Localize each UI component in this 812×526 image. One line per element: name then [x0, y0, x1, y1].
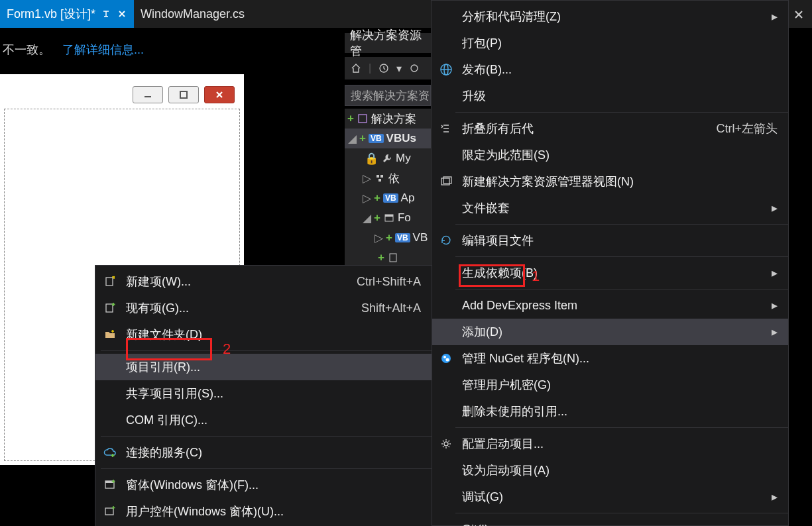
- cloud-icon: [101, 447, 119, 458]
- menu-startupconfig[interactable]: 配置启动项目...: [432, 431, 788, 457]
- form-icon: [101, 479, 119, 491]
- menu-editproj[interactable]: 编辑项目文件: [432, 227, 788, 254]
- existing-icon: [101, 302, 119, 314]
- menu-nuget[interactable]: 管理 NuGet 程序包(N)...: [432, 345, 788, 372]
- svg-rect-23: [106, 278, 113, 286]
- solution-search[interactable]: 搜索解决方案资: [345, 85, 431, 106]
- svg-point-24: [113, 276, 115, 278]
- svg-rect-3: [359, 115, 367, 123]
- file-icon: [387, 252, 399, 264]
- tab-windowmanager[interactable]: WindowManager.cs: [134, 0, 251, 28]
- maximize-button[interactable]: [168, 86, 199, 103]
- svg-rect-0: [145, 96, 151, 97]
- menu-projref[interactable]: 项目引用(R)...: [95, 354, 432, 380]
- close-button[interactable]: [204, 86, 235, 103]
- add-submenu: 新建项(W)...Ctrl+Shift+A 现有项(G)...Shift+Alt…: [95, 265, 432, 526]
- close-tab-icon[interactable]: [117, 9, 127, 19]
- svg-point-16: [443, 356, 446, 358]
- menu-newview[interactable]: 新建解决方案资源管理器视图(N): [432, 168, 788, 195]
- solution-toolbar: | ▾: [345, 57, 431, 79]
- menu-upgrade[interactable]: 升级: [432, 83, 788, 109]
- menu-removeunused[interactable]: 删除未使用的引用...: [432, 398, 788, 425]
- collapse-icon: [437, 123, 455, 134]
- solution-icon: [357, 113, 369, 125]
- svg-rect-1: [180, 91, 187, 98]
- menu-setstartup[interactable]: 设为启动项目(A): [432, 457, 788, 484]
- sync-icon[interactable]: [408, 62, 420, 74]
- gear-icon: [437, 438, 455, 450]
- svg-rect-6: [378, 179, 381, 182]
- tree-label: Ap: [401, 191, 415, 205]
- edit-icon: [437, 235, 455, 246]
- menu-comref[interactable]: COM 引用(C)...: [95, 407, 432, 433]
- home-icon[interactable]: [350, 62, 362, 74]
- menu-newitem[interactable]: 新建项(W)...Ctrl+Shift+A: [95, 268, 432, 295]
- svg-point-18: [444, 442, 448, 446]
- deps-icon: [374, 172, 386, 184]
- svg-point-15: [441, 354, 451, 363]
- svg-rect-8: [385, 215, 393, 217]
- tree-deps[interactable]: ▷ 依: [345, 168, 431, 188]
- menu-connected[interactable]: 连接的服务(C): [95, 439, 432, 466]
- form-titlebar: [7, 83, 237, 106]
- tree-vb[interactable]: ▷ + VB VB: [345, 228, 431, 248]
- menu-nesting[interactable]: 文件嵌套▸: [432, 195, 788, 221]
- tree-label: 依: [388, 171, 400, 186]
- tree-label: 解决方案: [371, 111, 416, 127]
- info-link[interactable]: 了解详细信息...: [62, 42, 144, 58]
- minimize-button[interactable]: [133, 86, 163, 103]
- newitem-icon: [101, 276, 119, 288]
- menu-builddep[interactable]: 生成依赖项(B)▸: [432, 260, 788, 286]
- close-global-icon[interactable]: [789, 5, 808, 24]
- tree-label: My: [396, 152, 411, 165]
- menu-newfolder[interactable]: 新建文件夹(D): [95, 321, 432, 348]
- tree-project[interactable]: ◢ + VB VBUs: [345, 129, 431, 148]
- globe-icon: [437, 63, 455, 76]
- menu-collapse[interactable]: 折叠所有后代Ctrl+左箭头: [432, 115, 788, 142]
- vb-badge-icon: VB: [369, 134, 384, 143]
- svg-rect-25: [106, 304, 113, 312]
- info-text: 不一致。: [3, 42, 50, 58]
- menu-devexpress[interactable]: Add DevExpress Item▸: [432, 292, 788, 319]
- menu-debug[interactable]: 调试(G)▸: [432, 484, 788, 510]
- tree-label: Fo: [398, 211, 411, 225]
- solution-tree: + 解决方案 ◢ + VB VBUs 🔒 My ▷ 依 ▷ + VB Ap ◢: [345, 109, 431, 268]
- vb-badge-icon: VB: [383, 193, 398, 203]
- tree-solution[interactable]: + 解决方案: [345, 109, 431, 129]
- menu-add[interactable]: 添加(D)▸: [432, 319, 788, 345]
- svg-rect-5: [380, 175, 383, 178]
- project-context-menu: 分析和代码清理(Z)▸ 打包(P) 发布(B)... 升级 折叠所有后代Ctrl…: [431, 0, 789, 526]
- tree-label: VBUs: [386, 132, 416, 145]
- svg-rect-28: [105, 508, 113, 515]
- tree-myproject[interactable]: 🔒 My: [345, 148, 431, 168]
- menu-existing[interactable]: 现有项(G)...Shift+Alt+A: [95, 295, 432, 321]
- nuget-icon: [437, 352, 455, 364]
- lock-icon: 🔒: [365, 152, 378, 166]
- svg-rect-9: [390, 254, 396, 262]
- solution-title: 解决方案资源管: [345, 33, 431, 53]
- tree-form[interactable]: ◢ + Fo: [345, 208, 431, 228]
- tab-form1[interactable]: Form1.vb [设计]*: [0, 0, 134, 28]
- usercontrol-icon: [101, 505, 119, 517]
- svg-rect-4: [377, 175, 379, 178]
- menu-publish[interactable]: 发布(B)...: [432, 56, 788, 83]
- menu-pack[interactable]: 打包(P): [432, 30, 788, 56]
- form-icon: [383, 212, 395, 224]
- svg-point-17: [446, 358, 449, 362]
- wrench-icon: [381, 152, 393, 164]
- menu-sharedref[interactable]: 共享项目引用(S)...: [95, 380, 432, 407]
- tree-app[interactable]: ▷ + VB Ap: [345, 188, 431, 208]
- menu-scope[interactable]: 限定为此范围(S): [432, 142, 788, 168]
- menu-analyze[interactable]: 分析和代码清理(Z)▸: [432, 3, 788, 30]
- tab-label: Form1.vb [设计]*: [7, 6, 95, 22]
- newview-icon: [437, 176, 455, 187]
- menu-secrets[interactable]: 管理用户机密(G): [432, 372, 788, 398]
- tree-label: VB: [413, 231, 428, 244]
- menu-git[interactable]: Git(I)▸: [432, 516, 788, 526]
- pin-icon[interactable]: [101, 9, 111, 19]
- vb-badge-icon: VB: [395, 233, 410, 242]
- menu-winform[interactable]: 窗体(Windows 窗体)(F)...: [95, 472, 432, 498]
- history-icon[interactable]: [378, 62, 390, 74]
- menu-usercontrol[interactable]: 用户控件(Windows 窗体)(U)...: [95, 498, 432, 525]
- newfolder-icon: [101, 329, 119, 341]
